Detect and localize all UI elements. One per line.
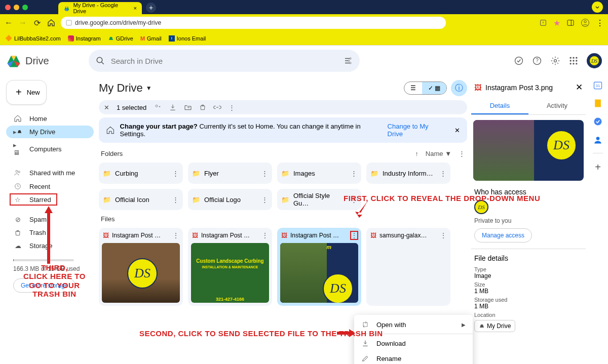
folder-more-icon[interactable]: ⋮ <box>351 170 357 177</box>
browser-profile-chip[interactable] <box>592 2 603 13</box>
annotation-third: THIRD, CLICK HERE TO GO TO YOUR TRASH BI… <box>23 263 86 298</box>
bookmark-star-icon[interactable]: ★ <box>553 18 560 28</box>
reload-button[interactable]: ⟳ <box>32 18 42 28</box>
drive-favicon-icon <box>63 5 70 12</box>
home-button[interactable] <box>47 19 56 27</box>
contacts-icon[interactable] <box>593 135 603 145</box>
close-details-button[interactable]: ✕ <box>576 82 583 93</box>
grid-view-button[interactable]: ✓ ▦ <box>422 82 446 94</box>
bookmark-item[interactable]: IIonos Email <box>169 35 206 42</box>
svg-point-23 <box>570 57 572 59</box>
tab-details[interactable]: Details <box>471 98 528 114</box>
file-more-icon[interactable]: ⋮ <box>351 232 357 239</box>
share-icon[interactable] <box>154 103 162 111</box>
maximize-window-icon[interactable] <box>22 5 28 10</box>
drive-logo-icon[interactable] <box>6 53 21 68</box>
account-avatar[interactable]: DS <box>587 53 602 68</box>
browser-toolbar: ← → ⟳ drive.google.com/drive/my-drive ★ … <box>0 14 608 31</box>
folder-card[interactable]: 📁Images⋮ <box>277 163 361 184</box>
browser-menu-icon[interactable]: ⋮ <box>596 18 604 28</box>
folder-card[interactable]: 📁Official Icon⋮ <box>99 189 183 210</box>
nav-my-drive[interactable]: ▸My Drive <box>6 126 94 138</box>
file-card[interactable]: 🖼samsung-galax…⋮ <box>366 228 450 306</box>
nav-recent[interactable]: Recent <box>6 180 94 193</box>
file-card[interactable]: 🖼Instagram Post …⋮ DS <box>99 228 183 306</box>
file-card[interactable]: 🖼Instagram Post …⋮ Custom Landscape Curb… <box>188 228 272 306</box>
keep-icon[interactable] <box>593 98 603 108</box>
bookmark-item[interactable]: MGmail <box>140 35 162 42</box>
back-button[interactable]: ← <box>4 18 13 27</box>
info-toggle-button[interactable]: ⓘ <box>451 80 467 96</box>
folder-card[interactable]: 📁Flyer⋮ <box>188 163 272 184</box>
side-panel-rail: 31 + <box>588 46 608 363</box>
change-start-page-link[interactable]: Change to My Drive <box>388 123 444 138</box>
sort-by-button[interactable]: Name ▼ <box>426 150 451 157</box>
help-icon[interactable]: ? <box>532 56 542 66</box>
search-options-icon[interactable] <box>344 56 353 65</box>
search-bar[interactable] <box>89 50 360 72</box>
file-more-icon[interactable]: ⋮ <box>262 232 268 239</box>
sidepanel-icon[interactable] <box>566 19 575 27</box>
address-bar[interactable]: drive.google.com/drive/my-drive <box>61 17 446 29</box>
add-addon-icon[interactable]: + <box>595 161 601 173</box>
folder-more-icon[interactable]: ⋮ <box>261 170 268 177</box>
delete-icon[interactable] <box>199 104 206 111</box>
folder-card[interactable]: 📁Curbing⋮ <box>99 163 183 184</box>
forward-button[interactable]: → <box>18 18 27 27</box>
bookmark-item[interactable]: Instagram <box>68 35 101 42</box>
nav-home[interactable]: Home <box>6 112 94 125</box>
sort-direction-icon[interactable]: ↑ <box>415 150 419 157</box>
breadcrumb[interactable]: My Drive ▼ <box>99 82 152 95</box>
bookmark-item[interactable]: GDrive <box>108 35 133 42</box>
folder-more-icon[interactable]: ⋮ <box>172 196 179 204</box>
link-icon[interactable] <box>213 103 221 111</box>
calendar-icon[interactable]: 31 <box>593 80 603 90</box>
close-window-icon[interactable] <box>5 5 11 10</box>
field-value: 1 MB <box>471 288 586 295</box>
list-view-button[interactable]: ☰ <box>404 82 422 94</box>
folder-more-icon[interactable]: ⋮ <box>261 196 268 204</box>
nav-computers[interactable]: ▸ 🖥Computers <box>6 139 94 159</box>
dismiss-notice-button[interactable]: ✕ <box>454 127 460 134</box>
minimize-window-icon[interactable] <box>14 5 19 10</box>
tab-activity[interactable]: Activity <box>528 98 586 114</box>
file-more-icon[interactable]: ⋮ <box>173 232 179 239</box>
folder-card[interactable]: 📁Industry Inform…⋮ <box>366 163 450 184</box>
more-actions-icon[interactable]: ⋮ <box>229 104 235 111</box>
image-icon: 🖼 <box>370 232 376 239</box>
view-toggle[interactable]: ☰ ✓ ▦ <box>404 82 447 95</box>
clear-selection-button[interactable]: ✕ <box>104 104 109 111</box>
image-icon: 🖼 <box>281 232 287 239</box>
close-tab-icon[interactable]: × <box>134 5 137 11</box>
folder-more-icon[interactable]: ⋮ <box>440 170 446 177</box>
manage-access-button[interactable]: Manage access <box>474 228 532 242</box>
apps-grid-icon[interactable] <box>568 56 579 66</box>
nav-shared[interactable]: Shared with me <box>6 166 94 179</box>
section-menu-icon[interactable]: ⋮ <box>459 150 465 157</box>
profile-icon[interactable] <box>581 18 590 27</box>
folder-card[interactable]: 📁Official Logo⋮ <box>188 189 272 210</box>
new-tab-button[interactable]: + <box>146 3 156 13</box>
bookmark-item[interactable]: 🔶LilBubbaSite2.com <box>5 35 61 42</box>
ctx-download[interactable]: Download <box>354 336 473 351</box>
location-chip[interactable]: My Drive <box>474 320 515 332</box>
tasks-icon[interactable] <box>593 116 603 127</box>
ready-offline-icon[interactable] <box>514 56 524 66</box>
field-label: Storage used <box>471 295 586 303</box>
search-input[interactable] <box>111 57 337 65</box>
ctx-rename[interactable]: Rename <box>354 351 473 364</box>
new-button[interactable]: +New <box>6 80 47 105</box>
download-icon[interactable] <box>169 103 177 111</box>
chevron-down-icon: ▼ <box>146 85 152 92</box>
selection-toolbar: ✕ 1 selected ⋮ <box>99 100 467 114</box>
install-icon[interactable] <box>539 19 547 27</box>
folder-more-icon[interactable]: ⋮ <box>172 170 179 177</box>
svg-rect-5 <box>567 20 574 26</box>
browser-tab[interactable]: My Drive - Google Drive × <box>58 2 142 14</box>
file-card-selected[interactable]: 🖼Instagram Post …⋮ LilBubbaSite2.com DS <box>277 228 361 306</box>
gear-icon[interactable] <box>550 56 560 66</box>
move-icon[interactable] <box>184 103 192 111</box>
folders-heading: Folders <box>101 150 123 157</box>
site-info-icon[interactable] <box>66 20 72 26</box>
file-more-icon[interactable]: ⋮ <box>440 232 446 239</box>
